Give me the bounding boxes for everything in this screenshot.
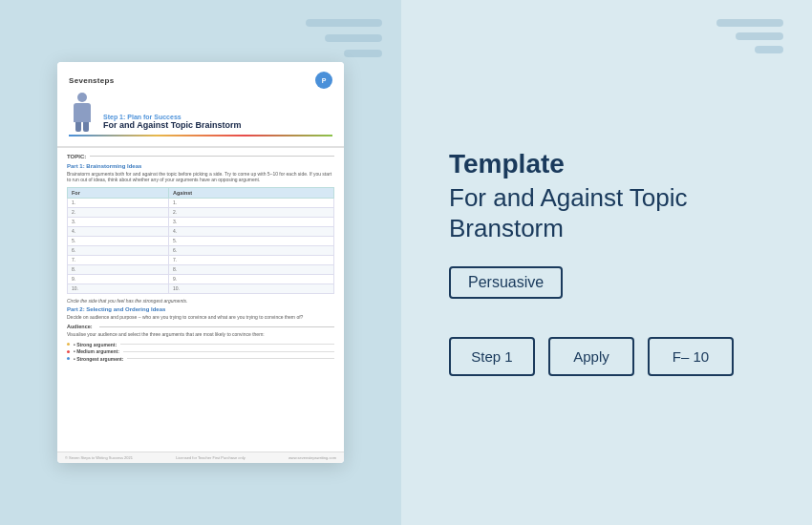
table-row: 8.8.	[68, 264, 334, 274]
footer-right: www.sevenstepswriting.com	[288, 455, 336, 460]
argument-medium: • Medium argument:	[67, 348, 334, 354]
doc-divider	[69, 135, 332, 136]
table-row: 1.1.	[68, 198, 334, 207]
section1-instructions: Brainstorm arguments both for and agains…	[67, 171, 334, 183]
against-8: 8.	[169, 264, 334, 274]
against-1: 1.	[169, 198, 334, 207]
brand-name: Sevensteps	[69, 76, 114, 85]
for-7: 7.	[68, 255, 169, 264]
for-10: 10.	[68, 284, 169, 293]
table-row: 3.3.	[68, 217, 334, 226]
strong-line	[120, 344, 334, 345]
against-2: 2.	[169, 207, 334, 217]
for-9: 9.	[68, 274, 169, 284]
doc-step-label: Step 1: Plan for Success	[103, 114, 332, 120]
col-header-against: Against	[169, 187, 334, 198]
strongest-label: • Strongest argument:	[74, 356, 123, 362]
section1-title: Part 1: Brainstorming Ideas	[67, 163, 334, 169]
tag-badge: Persuasive	[449, 266, 563, 299]
grade-button[interactable]: F– 10	[648, 337, 734, 376]
col-header-for: For	[68, 187, 169, 198]
brand-logo: P	[315, 72, 332, 89]
right-panel: Template For and Against Topic Branstorm…	[401, 0, 812, 525]
audience-row: Audience:	[67, 324, 334, 329]
deco-lines-left	[306, 19, 382, 57]
document-preview: Sevensteps P Step 1: Plan for Success Fo…	[57, 62, 344, 463]
against-3: 3.	[169, 217, 334, 226]
topic-row: TOPIC:	[67, 154, 334, 159]
for-5: 5.	[68, 236, 169, 245]
against-5: 5.	[169, 236, 334, 245]
person-leg-left	[75, 122, 81, 132]
medium-line	[123, 351, 334, 352]
step-button[interactable]: Step 1	[449, 337, 535, 376]
template-title: For and Against Topic Branstorm	[449, 183, 764, 242]
table-row: 6.6.	[68, 245, 334, 255]
doc-body: TOPIC: Part 1: Brainstorming Ideas Brain…	[57, 148, 344, 369]
topic-line	[90, 156, 334, 157]
for-3: 3.	[68, 217, 169, 226]
person-body	[74, 103, 91, 122]
circle-instruction: Circle the side that you feel has the st…	[67, 298, 334, 304]
apply-button[interactable]: Apply	[548, 337, 634, 376]
against-9: 9.	[169, 274, 334, 284]
footer-center: Licensed for Teacher First Purchase only	[176, 455, 245, 460]
doc-figure: Step 1: Plan for Success For and Against…	[69, 93, 332, 131]
section2-instructions: Decide on audience and purpose – who are…	[67, 314, 334, 321]
topic-label: TOPIC:	[67, 154, 86, 159]
audience-fill-line	[99, 326, 334, 327]
doc-main-title: For and Against Topic Brainstorm	[103, 120, 332, 131]
person-head	[77, 93, 87, 102]
against-4: 4.	[169, 226, 334, 236]
strongest-bullet	[67, 357, 70, 360]
table-row: 5.5.	[68, 236, 334, 245]
deco-lines-right	[716, 19, 783, 53]
strong-bullet	[67, 343, 70, 346]
person-legs	[69, 122, 96, 132]
for-2: 2.	[68, 207, 169, 217]
doc-title-block: Step 1: Plan for Success For and Against…	[103, 114, 332, 131]
table-row: 4.4.	[68, 226, 334, 236]
table-row: 9.9.	[68, 274, 334, 284]
argument-strongest: • Strongest argument:	[67, 356, 334, 362]
against-6: 6.	[169, 245, 334, 255]
table-row: 7.7.	[68, 255, 334, 264]
for-4: 4.	[68, 226, 169, 236]
doc-footer: © Seven Steps to Writing Success 2021 Li…	[57, 452, 344, 463]
for-8: 8.	[68, 264, 169, 274]
person-leg-right	[83, 122, 89, 132]
visualize-text: Visualise your audience and select the t…	[67, 331, 334, 338]
section2: Part 2: Selecting and Ordering Ideas Dec…	[67, 306, 334, 362]
argument-strong: • Strong argument:	[67, 342, 334, 347]
doc-header: Sevensteps P Step 1: Plan for Success Fo…	[57, 62, 344, 148]
meta-buttons: Step 1 Apply F– 10	[449, 337, 764, 376]
table-row: 2.2.	[68, 207, 334, 217]
table-row: 10.10.	[68, 284, 334, 293]
against-10: 10.	[169, 284, 334, 293]
for-1: 1.	[68, 198, 169, 207]
strongest-line	[127, 358, 334, 359]
doc-brand: Sevensteps P	[69, 72, 332, 89]
template-word: Template	[449, 149, 764, 179]
audience-label: Audience:	[67, 324, 96, 329]
footer-left: © Seven Steps to Writing Success 2021	[65, 455, 133, 460]
against-7: 7.	[169, 255, 334, 264]
doc-person-figure	[69, 93, 96, 131]
section2-title: Part 2: Selecting and Ordering Ideas	[67, 306, 334, 312]
medium-bullet	[67, 350, 70, 353]
brainstorm-table: For Against 1.1. 2.2. 3.3. 4.4. 5.5. 6.6…	[67, 187, 334, 294]
for-6: 6.	[68, 245, 169, 255]
medium-label: • Medium argument:	[74, 348, 119, 354]
strong-label: • Strong argument:	[74, 342, 117, 347]
left-panel: Sevensteps P Step 1: Plan for Success Fo…	[0, 0, 401, 525]
